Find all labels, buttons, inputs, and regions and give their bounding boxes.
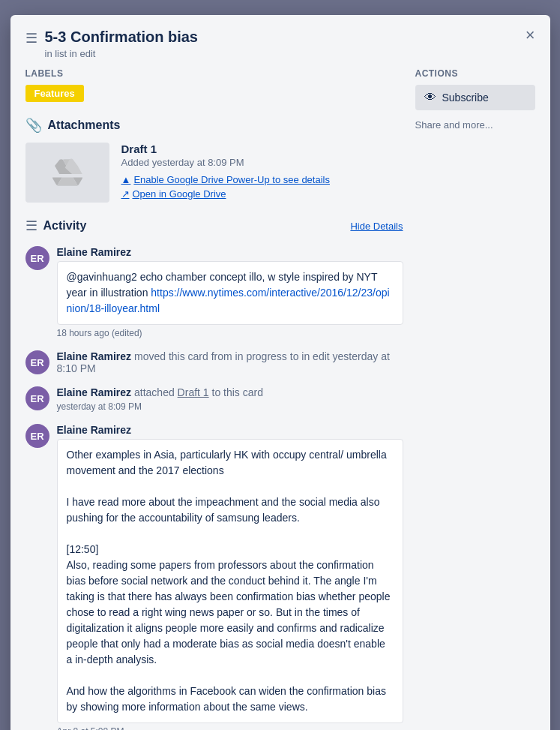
- activity-meta-1: 18 hours ago (edited): [57, 328, 403, 338]
- activity-body-2: Elaine Ramirez Other examples in Asia, p…: [57, 424, 403, 730]
- labels-section: Labels Features: [25, 68, 403, 102]
- avatar-elaine-4: ER: [25, 424, 49, 448]
- comment-box-1: @gavinhuang2 echo chamber concept illo, …: [57, 261, 403, 325]
- activity-log-text-1: Elaine Ramirez moved this card from in p…: [57, 350, 403, 374]
- activity-comment-1: ER Elaine Ramirez @gavinhuang2 echo cham…: [25, 246, 403, 338]
- attachment-info: Draft 1 Added yesterday at 8:09 PM ▲ Ena…: [121, 143, 403, 203]
- activity-left: ☰ Activity: [25, 218, 87, 234]
- comment-box-2: Other examples in Asia, particularly HK …: [57, 439, 403, 723]
- avatar-elaine-1: ER: [25, 246, 49, 270]
- drive-icon: ▲: [121, 174, 131, 185]
- enable-drive-link[interactable]: ▲ Enable Google Drive Power-Up to see de…: [121, 174, 403, 185]
- open-drive-link[interactable]: ↗ Open in Google Drive: [121, 188, 403, 200]
- header-text: 5-3 Confirmation bias in list in edit: [45, 27, 535, 59]
- close-button[interactable]: ×: [520, 24, 541, 47]
- activity-header-row: ☰ Activity Hide Details: [25, 218, 403, 234]
- right-column: Actions 👁 Subscribe Share and more...: [415, 68, 535, 730]
- activity-meta-2: yesterday at 8:09 PM: [57, 401, 403, 412]
- left-column: Labels Features 📎 Attachments: [25, 68, 403, 730]
- attachment-date: Added yesterday at 8:09 PM: [121, 157, 403, 168]
- card-title: 5-3 Confirmation bias: [45, 27, 535, 47]
- attachment-icon: 📎: [25, 117, 42, 134]
- eye-icon: 👁: [424, 91, 436, 104]
- attachments-heading: Attachments: [48, 119, 121, 132]
- activity-icon: ☰: [25, 218, 37, 234]
- avatar-elaine-2: ER: [25, 350, 49, 374]
- subscribe-button[interactable]: 👁 Subscribe: [415, 85, 535, 110]
- activity-log-body-2: Elaine Ramirez attached Draft 1 to this …: [57, 386, 403, 412]
- attachment-thumbnail: [25, 143, 109, 203]
- activity-log-body-1: Elaine Ramirez moved this card from in p…: [57, 350, 403, 374]
- google-drive-icon: [52, 158, 82, 188]
- activity-comment-2: ER Elaine Ramirez Other examples in Asia…: [25, 424, 403, 730]
- card-subtitle: in list in edit: [45, 48, 535, 59]
- modal-header: ☰ 5-3 Confirmation bias in list in edit: [25, 27, 535, 59]
- card-modal: ☰ 5-3 Confirmation bias in list in edit …: [10, 15, 550, 730]
- commenter-name-1: Elaine Ramirez: [57, 246, 403, 258]
- draft-attachment-link[interactable]: Draft 1: [178, 386, 209, 398]
- activity-section: ☰ Activity Hide Details ER Elaine Ramire…: [25, 218, 403, 730]
- activity-log-text-2: Elaine Ramirez attached Draft 1 to this …: [57, 386, 403, 398]
- actions-heading: Actions: [415, 68, 535, 79]
- attachments-section: 📎 Attachments: [25, 117, 403, 203]
- attachment-name: Draft 1: [121, 143, 403, 155]
- avatar-elaine-3: ER: [25, 386, 49, 410]
- activity-heading: Activity: [43, 219, 87, 233]
- activity-meta-3: Apr 8 at 5:08 PM: [57, 726, 403, 730]
- activity-log-2: ER Elaine Ramirez attached Draft 1 to th…: [25, 386, 403, 412]
- main-content: Labels Features 📎 Attachments: [25, 68, 535, 730]
- labels-heading: Labels: [25, 68, 403, 79]
- attachment-item: Draft 1 Added yesterday at 8:09 PM ▲ Ena…: [25, 143, 403, 203]
- share-more-button[interactable]: Share and more...: [415, 116, 493, 134]
- activity-body-1: Elaine Ramirez @gavinhuang2 echo chamber…: [57, 246, 403, 338]
- commenter-name-2: Elaine Ramirez: [57, 424, 403, 436]
- hide-details-button[interactable]: Hide Details: [350, 221, 403, 232]
- card-type-icon: ☰: [25, 30, 37, 47]
- attachments-header-row: 📎 Attachments: [25, 117, 403, 134]
- activity-log-1: ER Elaine Ramirez moved this card from i…: [25, 350, 403, 374]
- external-link-icon: ↗: [121, 188, 130, 200]
- label-features[interactable]: Features: [25, 85, 84, 102]
